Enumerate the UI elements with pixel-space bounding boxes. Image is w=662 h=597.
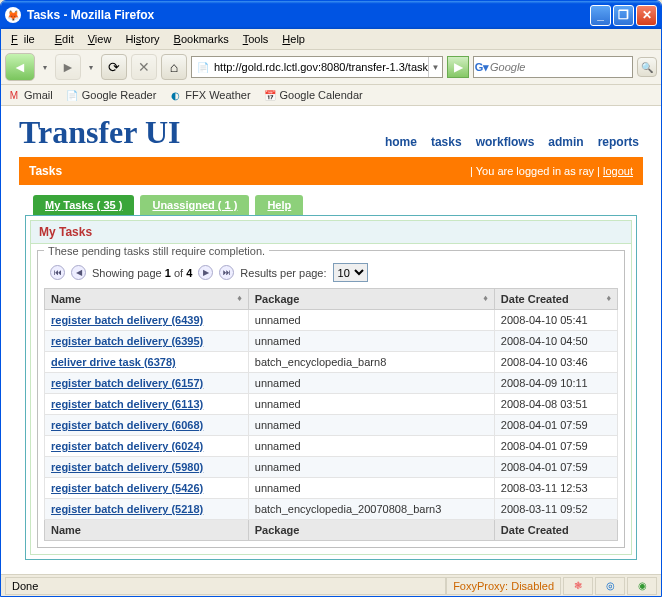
nav-home[interactable]: home	[385, 135, 417, 149]
page-content: Transfer UI home tasks workflows admin r…	[1, 106, 661, 574]
task-link[interactable]: deliver drive task (6378)	[51, 356, 176, 368]
prev-page-button[interactable]: ◀	[71, 265, 86, 280]
package-cell: batch_encyclopedia_barn8	[248, 352, 494, 373]
menu-view[interactable]: View	[82, 31, 118, 47]
login-status: | You are logged in as ray	[470, 165, 594, 177]
package-cell: unnamed	[248, 373, 494, 394]
package-cell: unnamed	[248, 331, 494, 352]
next-page-button[interactable]: ▶	[198, 265, 213, 280]
stop-button[interactable]: ✕	[131, 54, 157, 80]
close-button[interactable]: ✕	[636, 5, 657, 26]
table-row: register batch delivery (6113)unnamed200…	[45, 394, 618, 415]
site-favicon: 📄	[195, 59, 211, 75]
rpp-select[interactable]: 10	[333, 263, 368, 282]
bookmark-google-reader[interactable]: 📄Google Reader	[65, 88, 157, 102]
calendar-icon: 📅	[263, 88, 277, 102]
menu-help[interactable]: Help	[276, 31, 311, 47]
maximize-button[interactable]: ❐	[613, 5, 634, 26]
status-icon-1[interactable]: ❃	[563, 577, 593, 595]
footer-name: Name	[45, 520, 249, 541]
forward-button[interactable]: ►	[55, 54, 81, 80]
forward-history-button[interactable]: ▾	[85, 54, 97, 80]
package-cell: unnamed	[248, 310, 494, 331]
fieldset-legend: These pending tasks still require comple…	[44, 245, 269, 257]
date-cell: 2008-04-01 07:59	[494, 436, 617, 457]
menu-tools[interactable]: Tools	[237, 31, 275, 47]
search-box[interactable]: G▾	[473, 56, 633, 78]
bookmark-gmail[interactable]: MGmail	[7, 88, 53, 102]
menubar: File Edit View History Bookmarks Tools H…	[1, 29, 661, 50]
sort-icon: ♦	[606, 293, 611, 303]
firefox-icon: 🦊	[5, 7, 21, 23]
tab-unassigned[interactable]: Unassigned ( 1 )	[140, 195, 249, 215]
statusbar: Done FoxyProxy: Disabled ❃ ◎ ◉	[1, 574, 661, 596]
rpp-label: Results per page:	[240, 267, 326, 279]
task-link[interactable]: register batch delivery (6068)	[51, 419, 203, 431]
menu-bookmarks[interactable]: Bookmarks	[168, 31, 235, 47]
back-button[interactable]: ◄	[5, 53, 35, 81]
tasks-table: Name♦ Package♦ Date Created♦ register ba…	[44, 288, 618, 541]
date-cell: 2008-04-10 05:41	[494, 310, 617, 331]
tab-mytasks[interactable]: My Tasks ( 35 )	[33, 195, 134, 215]
bookmarks-toolbar: MGmail 📄Google Reader ◐FFX Weather 📅Goog…	[1, 85, 661, 106]
task-link[interactable]: register batch delivery (6157)	[51, 377, 203, 389]
url-input[interactable]	[214, 58, 428, 76]
task-link[interactable]: register batch delivery (6113)	[51, 398, 203, 410]
first-page-button[interactable]: ⏮	[50, 265, 65, 280]
nav-workflows[interactable]: workflows	[476, 135, 535, 149]
package-cell: unnamed	[248, 415, 494, 436]
menu-file[interactable]: File	[5, 31, 47, 47]
search-engine-icon[interactable]: G▾	[474, 61, 490, 74]
table-row: register batch delivery (5980)unnamed200…	[45, 457, 618, 478]
nav-tasks[interactable]: tasks	[431, 135, 462, 149]
tasks-panel: My Tasks These pending tasks still requi…	[25, 215, 637, 560]
reload-button[interactable]: ⟳	[101, 54, 127, 80]
task-link[interactable]: register batch delivery (5426)	[51, 482, 203, 494]
logout-link[interactable]: logout	[603, 165, 633, 177]
bookmark-google-calendar[interactable]: 📅Google Calendar	[263, 88, 363, 102]
task-link[interactable]: register batch delivery (5980)	[51, 461, 203, 473]
date-cell: 2008-03-11 09:52	[494, 499, 617, 520]
date-cell: 2008-03-11 12:53	[494, 478, 617, 499]
table-row: register batch delivery (6395)unnamed200…	[45, 331, 618, 352]
globe-icon: ◉	[634, 578, 650, 594]
tab-help[interactable]: Help	[255, 195, 303, 215]
home-button[interactable]: ⌂	[161, 54, 187, 80]
date-cell: 2008-04-01 07:59	[494, 415, 617, 436]
task-link[interactable]: register batch delivery (5218)	[51, 503, 203, 515]
app-logo: Transfer UI	[19, 114, 180, 153]
address-bar[interactable]: 📄 ▼	[191, 56, 443, 78]
status-icon-3[interactable]: ◉	[627, 577, 657, 595]
col-name[interactable]: Name♦	[45, 289, 249, 310]
target-icon: ◎	[602, 578, 618, 594]
last-page-button[interactable]: ⏭	[219, 265, 234, 280]
go-button[interactable]: ▶	[447, 56, 469, 78]
back-history-button[interactable]: ▾	[39, 54, 51, 80]
table-row: deliver drive task (6378)batch_encyclope…	[45, 352, 618, 373]
table-row: register batch delivery (5218)batch_ency…	[45, 499, 618, 520]
minimize-button[interactable]: _	[590, 5, 611, 26]
package-cell: unnamed	[248, 478, 494, 499]
package-cell: unnamed	[248, 394, 494, 415]
task-link[interactable]: register batch delivery (6439)	[51, 314, 203, 326]
search-go-button[interactable]: 🔍	[637, 57, 657, 77]
table-row: register batch delivery (6024)unnamed200…	[45, 436, 618, 457]
foxyproxy-status[interactable]: FoxyProxy: Disabled	[446, 577, 561, 595]
col-date[interactable]: Date Created♦	[494, 289, 617, 310]
status-icon-2[interactable]: ◎	[595, 577, 625, 595]
task-link[interactable]: register batch delivery (6395)	[51, 335, 203, 347]
footer-date: Date Created	[494, 520, 617, 541]
nav-admin[interactable]: admin	[548, 135, 583, 149]
url-history-dropdown[interactable]: ▼	[428, 57, 442, 77]
col-package[interactable]: Package♦	[248, 289, 494, 310]
browser-window: 🦊 Tasks - Mozilla Firefox _ ❐ ✕ File Edi…	[0, 0, 662, 597]
bookmark-ffx-weather[interactable]: ◐FFX Weather	[168, 88, 250, 102]
search-input[interactable]	[490, 61, 632, 73]
date-cell: 2008-04-08 03:51	[494, 394, 617, 415]
table-row: register batch delivery (6068)unnamed200…	[45, 415, 618, 436]
nav-reports[interactable]: reports	[598, 135, 639, 149]
menu-edit[interactable]: Edit	[49, 31, 80, 47]
section-title: Tasks	[29, 164, 62, 178]
menu-history[interactable]: History	[119, 31, 165, 47]
task-link[interactable]: register batch delivery (6024)	[51, 440, 203, 452]
